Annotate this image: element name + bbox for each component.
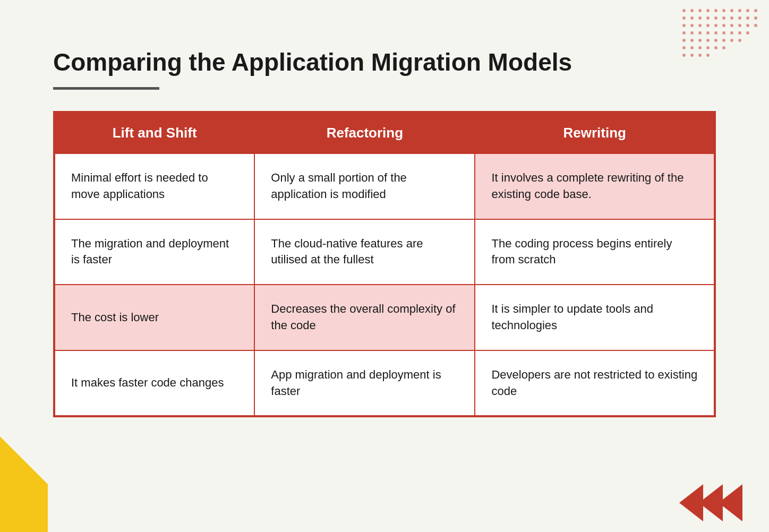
svg-point-14 xyxy=(714,16,717,20)
cell-2-2: The cloud-native features are utilised a… xyxy=(254,219,475,285)
svg-point-4 xyxy=(714,9,717,12)
arrow-decoration xyxy=(683,484,742,521)
svg-point-54 xyxy=(690,54,694,57)
svg-point-28 xyxy=(746,24,749,27)
svg-point-33 xyxy=(706,31,710,35)
table-row: It makes faster code changes App migrati… xyxy=(55,350,714,416)
svg-point-6 xyxy=(730,9,733,12)
svg-point-26 xyxy=(730,24,733,27)
svg-point-45 xyxy=(730,39,733,42)
svg-point-22 xyxy=(698,24,702,27)
svg-point-47 xyxy=(682,46,686,49)
page-title: Comparing the Application Migration Mode… xyxy=(53,48,716,76)
cell-4-2: App migration and deployment is faster xyxy=(254,350,475,416)
svg-point-42 xyxy=(706,39,710,42)
svg-point-3 xyxy=(706,9,710,12)
svg-point-18 xyxy=(746,16,749,20)
table-header-row: Lift and Shift Refactoring Rewriting xyxy=(55,113,714,153)
svg-point-31 xyxy=(690,31,694,35)
svg-point-24 xyxy=(714,24,717,27)
svg-point-21 xyxy=(690,24,694,27)
cell-1-3: It involves a complete rewriting of the … xyxy=(475,153,714,219)
svg-point-48 xyxy=(690,46,694,49)
svg-point-23 xyxy=(706,24,710,27)
cell-3-2: Decreases the overall complexity of the … xyxy=(254,285,475,350)
cell-3-3: It is simpler to update tools and techno… xyxy=(475,285,714,350)
svg-point-0 xyxy=(682,9,686,12)
svg-point-43 xyxy=(714,39,717,42)
header-refactoring: Refactoring xyxy=(254,113,475,153)
svg-point-44 xyxy=(722,39,725,42)
svg-point-5 xyxy=(722,9,725,12)
cell-2-3: The coding process begins entirely from … xyxy=(475,219,714,285)
header-rewriting: Rewriting xyxy=(475,113,714,153)
arrow-3 xyxy=(719,484,742,521)
svg-point-17 xyxy=(738,16,741,20)
svg-point-40 xyxy=(690,39,694,42)
title-underline xyxy=(53,87,159,90)
svg-point-56 xyxy=(706,54,710,57)
cell-4-3: Developers are not restricted to existin… xyxy=(475,350,714,416)
svg-point-29 xyxy=(754,24,757,27)
svg-point-7 xyxy=(738,9,741,12)
svg-point-46 xyxy=(738,39,741,42)
table-row: Minimal effort is needed to move applica… xyxy=(55,153,714,219)
svg-point-11 xyxy=(690,16,694,20)
cell-1-1: Minimal effort is needed to move applica… xyxy=(55,153,254,219)
comparison-table: Lift and Shift Refactoring Rewriting Min… xyxy=(53,111,716,417)
cell-3-1: The cost is lower xyxy=(55,285,254,350)
svg-point-50 xyxy=(706,46,710,49)
svg-point-19 xyxy=(754,16,757,20)
svg-point-30 xyxy=(682,31,686,35)
svg-point-35 xyxy=(722,31,725,35)
svg-point-15 xyxy=(722,16,725,20)
svg-point-55 xyxy=(698,54,702,57)
svg-point-25 xyxy=(722,24,725,27)
svg-point-53 xyxy=(682,54,686,57)
svg-point-39 xyxy=(682,39,686,42)
svg-point-8 xyxy=(746,9,749,12)
svg-point-1 xyxy=(690,9,694,12)
svg-point-13 xyxy=(706,16,710,20)
svg-point-36 xyxy=(730,31,733,35)
svg-point-10 xyxy=(682,16,686,20)
svg-point-52 xyxy=(722,46,725,49)
svg-point-49 xyxy=(698,46,702,49)
table-row: The cost is lower Decreases the overall … xyxy=(55,285,714,350)
cell-4-1: It makes faster code changes xyxy=(55,350,254,416)
cell-2-1: The migration and deployment is faster xyxy=(55,219,254,285)
svg-point-12 xyxy=(698,16,702,20)
svg-point-41 xyxy=(698,39,702,42)
triangle-decoration xyxy=(0,436,48,532)
svg-point-16 xyxy=(730,16,733,20)
svg-point-9 xyxy=(754,9,757,12)
dot-pattern-decoration xyxy=(679,5,764,64)
header-lift-and-shift: Lift and Shift xyxy=(55,113,254,153)
svg-point-32 xyxy=(698,31,702,35)
svg-point-20 xyxy=(682,24,686,27)
cell-1-2: Only a small portion of the application … xyxy=(254,153,475,219)
svg-point-34 xyxy=(714,31,717,35)
svg-point-2 xyxy=(698,9,702,12)
svg-point-37 xyxy=(738,31,741,35)
table-row: The migration and deployment is faster T… xyxy=(55,219,714,285)
svg-point-38 xyxy=(746,31,749,35)
svg-point-27 xyxy=(738,24,741,27)
svg-point-51 xyxy=(714,46,717,49)
page-container: Comparing the Application Migration Mode… xyxy=(0,0,769,532)
